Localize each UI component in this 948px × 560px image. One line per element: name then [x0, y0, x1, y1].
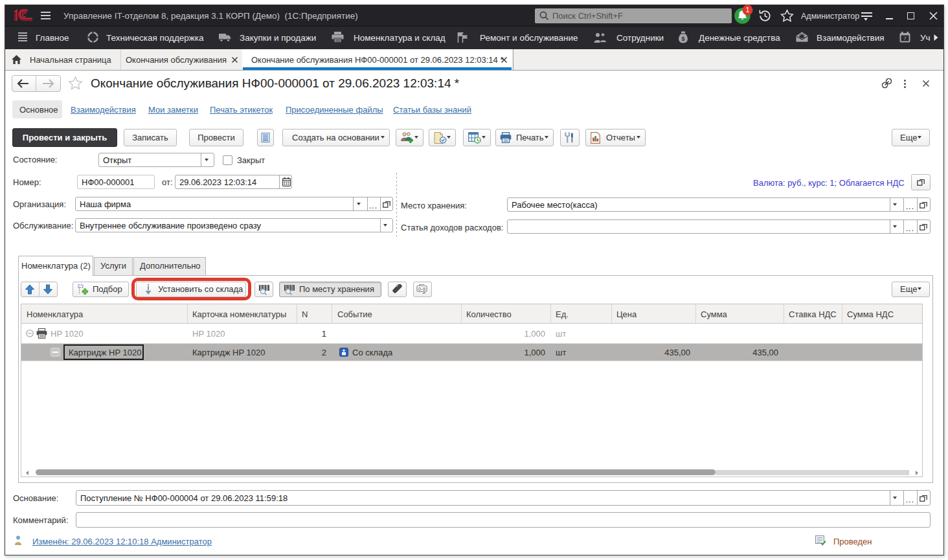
svg-text:1: 1: [745, 6, 749, 14]
svg-text:7: 7: [903, 36, 907, 41]
svg-text:0-9: 0-9: [418, 286, 425, 292]
svg-text:$: $: [681, 36, 684, 42]
